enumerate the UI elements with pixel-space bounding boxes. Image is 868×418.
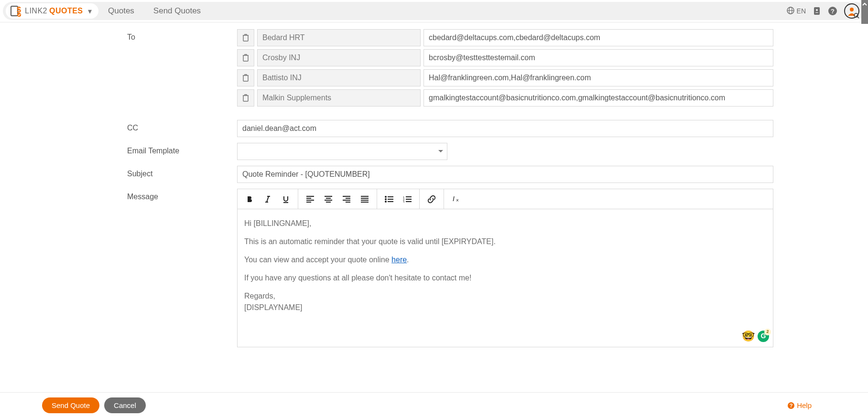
recipient-name: Malkin Supplements <box>257 89 421 107</box>
svg-point-10 <box>850 8 854 11</box>
view-quote-link[interactable]: here <box>391 256 407 264</box>
align-left-icon <box>306 196 314 203</box>
trash-icon <box>242 74 249 82</box>
align-justify-icon <box>361 196 369 203</box>
breadcrumb-quotes[interactable]: Quotes <box>98 6 144 16</box>
contacts-icon[interactable] <box>813 6 821 16</box>
align-justify-button[interactable] <box>356 189 374 209</box>
clear-format-icon: I× <box>452 195 460 204</box>
right-rail-tab[interactable] <box>861 0 868 24</box>
unordered-list-button[interactable] <box>380 189 398 209</box>
underline-icon <box>282 195 290 203</box>
svg-point-35 <box>385 198 387 200</box>
email-template-select[interactable] <box>237 143 447 160</box>
user-avatar[interactable] <box>844 3 859 19</box>
editor-body[interactable]: Hi [BILLINGNAME], This is an automatic r… <box>238 209 773 347</box>
align-right-button[interactable] <box>337 189 356 209</box>
underline-button[interactable] <box>277 189 295 209</box>
ordered-list-button[interactable]: 123 <box>398 189 416 209</box>
svg-text:×: × <box>456 198 459 203</box>
to-label: To <box>127 29 237 42</box>
delete-recipient-button[interactable] <box>237 89 254 107</box>
emoji-icon[interactable]: 🤓 <box>742 328 755 344</box>
align-center-icon <box>325 196 332 203</box>
chevron-down-icon <box>438 150 443 153</box>
svg-text:I: I <box>453 195 455 203</box>
svg-line-12 <box>857 17 859 18</box>
recipient-row: Malkin Supplements <box>237 89 773 107</box>
grammarly-icon[interactable]: G2 <box>758 331 769 342</box>
cc-input[interactable] <box>237 120 773 137</box>
help-icon[interactable]: ? <box>828 6 837 16</box>
svg-point-7 <box>816 9 818 11</box>
svg-text:3: 3 <box>403 201 405 203</box>
trash-icon <box>242 94 249 102</box>
svg-point-11 <box>854 13 858 17</box>
recipient-email-input[interactable] <box>423 49 773 66</box>
svg-line-15 <box>267 196 269 202</box>
send-quote-form: To Bedard HRT Crosby INJ Battisto INJ Ma… <box>85 22 783 391</box>
trash-icon <box>242 34 249 42</box>
svg-text:?: ? <box>831 8 835 15</box>
recipient-name: Battisto INJ <box>257 69 421 86</box>
svg-point-37 <box>385 201 387 203</box>
recipient-name: Crosby INJ <box>257 49 421 66</box>
app-logo-icon: $ <box>10 5 22 17</box>
search-badge-icon <box>854 13 859 19</box>
language-picker[interactable]: EN <box>786 6 806 16</box>
recipient-row: Battisto INJ <box>237 69 773 86</box>
recipient-email-input[interactable] <box>423 89 773 107</box>
link-button[interactable] <box>423 189 441 209</box>
trash-icon <box>242 54 249 62</box>
editor-toolbar: 123 I× <box>238 189 773 209</box>
message-label: Message <box>127 189 237 201</box>
bold-button[interactable] <box>240 189 259 209</box>
align-center-button[interactable] <box>319 189 337 209</box>
topbar: $ LINK2QUOTES ▾ Quotes Send Quotes EN ? <box>3 2 865 20</box>
italic-button[interactable] <box>259 189 277 209</box>
recipient-row: Bedard HRT <box>237 29 773 46</box>
delete-recipient-button[interactable] <box>237 49 254 66</box>
numbered-list-icon: 123 <box>403 196 412 203</box>
recipient-name: Bedard HRT <box>257 29 421 46</box>
topbar-right: EN ? <box>786 3 862 19</box>
delete-recipient-button[interactable] <box>237 29 254 46</box>
cc-label: CC <box>127 120 237 132</box>
align-right-icon <box>343 196 350 203</box>
clear-format-button[interactable]: I× <box>447 189 465 209</box>
recipient-email-input[interactable] <box>423 69 773 86</box>
delete-recipient-button[interactable] <box>237 69 254 86</box>
bold-icon <box>246 195 253 203</box>
recipient-row: Crosby INJ <box>237 49 773 66</box>
template-label: Email Template <box>127 143 237 155</box>
brand-text: LINK2QUOTES ▾ <box>25 7 92 16</box>
editor-corner-badges: 🤓 G2 <box>742 328 769 344</box>
subject-input[interactable] <box>237 166 773 183</box>
to-recipients: Bedard HRT Crosby INJ Battisto INJ Malki… <box>237 29 773 109</box>
bullet-list-icon <box>385 196 393 203</box>
brand-menu[interactable]: $ LINK2QUOTES ▾ <box>6 3 98 19</box>
message-editor: 123 I× Hi [BILLINGNAME], This is an auto… <box>237 189 773 347</box>
caret-down-icon: ▾ <box>88 7 92 16</box>
subject-label: Subject <box>127 166 237 178</box>
svg-text:$: $ <box>17 6 21 14</box>
link-icon <box>427 195 436 204</box>
globe-icon <box>786 6 795 16</box>
recipient-email-input[interactable] <box>423 29 773 46</box>
breadcrumb-send-quotes[interactable]: Send Quotes <box>144 6 210 16</box>
align-left-button[interactable] <box>301 189 319 209</box>
svg-point-33 <box>385 196 387 198</box>
italic-icon <box>264 195 271 203</box>
